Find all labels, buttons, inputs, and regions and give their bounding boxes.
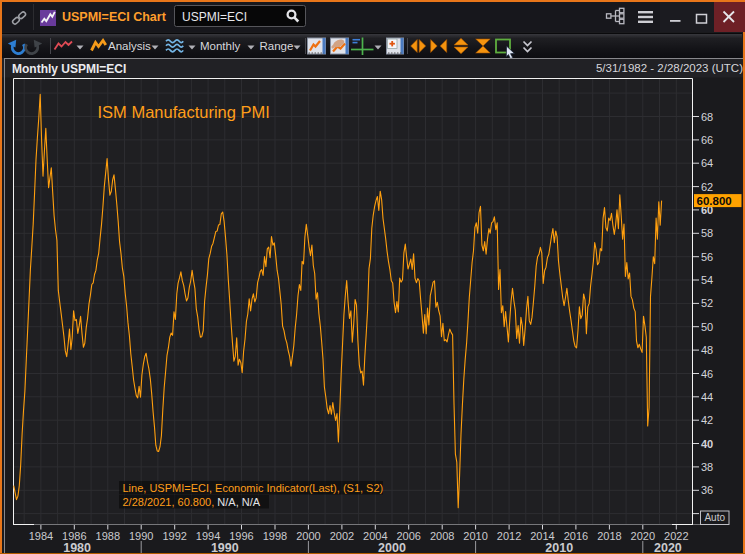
svg-text:64: 64 xyxy=(701,157,713,169)
svg-text:40: 40 xyxy=(701,438,713,450)
svg-text:1992: 1992 xyxy=(162,530,186,542)
svg-text:56: 56 xyxy=(701,251,713,263)
svg-text:36: 36 xyxy=(701,484,713,496)
svg-text:2020: 2020 xyxy=(631,530,655,542)
svg-text:2018: 2018 xyxy=(597,530,621,542)
svg-text:1998: 1998 xyxy=(263,530,287,542)
svg-text:Auto: Auto xyxy=(704,512,725,523)
svg-text:USPMI=ECI: USPMI=ECI xyxy=(182,10,247,24)
svg-text:54: 54 xyxy=(701,274,713,286)
svg-text:38: 38 xyxy=(701,461,713,473)
svg-text:1990: 1990 xyxy=(211,541,239,554)
svg-text:58: 58 xyxy=(701,227,713,239)
svg-text:ISM Manufacturing PMI: ISM Manufacturing PMI xyxy=(98,103,270,121)
svg-text:1990: 1990 xyxy=(129,530,153,542)
svg-text:60.800: 60.800 xyxy=(697,195,732,207)
svg-text:Range: Range xyxy=(260,40,294,52)
svg-text:44: 44 xyxy=(701,391,713,403)
svg-text:50: 50 xyxy=(701,321,713,333)
svg-text:42: 42 xyxy=(701,414,713,426)
svg-text:5/31/1982 - 2/28/2023 (UTC): 5/31/1982 - 2/28/2023 (UTC) xyxy=(596,62,743,74)
svg-text:62: 62 xyxy=(701,181,713,193)
svg-text:52: 52 xyxy=(701,297,713,309)
svg-text:Analysis: Analysis xyxy=(108,40,151,52)
svg-text:2008: 2008 xyxy=(430,530,454,542)
svg-text:1980: 1980 xyxy=(63,541,91,554)
svg-text:Monthly: Monthly xyxy=(200,40,241,52)
svg-text:1984: 1984 xyxy=(29,530,53,542)
svg-text:46: 46 xyxy=(701,368,713,380)
svg-text:USPMI=ECI Chart: USPMI=ECI Chart xyxy=(62,10,167,24)
svg-text:2/28/2021, 60.800, N/A, N/A: 2/28/2021, 60.800, N/A, N/A xyxy=(123,496,261,508)
svg-text:2002: 2002 xyxy=(330,530,354,542)
svg-text:2010: 2010 xyxy=(463,530,487,542)
svg-text:48: 48 xyxy=(701,344,713,356)
svg-text:2012: 2012 xyxy=(497,530,521,542)
svg-text:2000: 2000 xyxy=(378,541,406,554)
svg-text:1988: 1988 xyxy=(96,530,120,542)
svg-text:Monthly USPMI=ECI: Monthly USPMI=ECI xyxy=(12,62,126,76)
svg-text:2000: 2000 xyxy=(296,530,320,542)
svg-text:Line, USPMI=ECI, Economic Indi: Line, USPMI=ECI, Economic Indicator(Last… xyxy=(123,482,384,494)
svg-text:2020: 2020 xyxy=(654,541,682,554)
svg-text:68: 68 xyxy=(701,111,713,123)
svg-text:66: 66 xyxy=(701,134,713,146)
svg-text:2010: 2010 xyxy=(545,541,573,554)
